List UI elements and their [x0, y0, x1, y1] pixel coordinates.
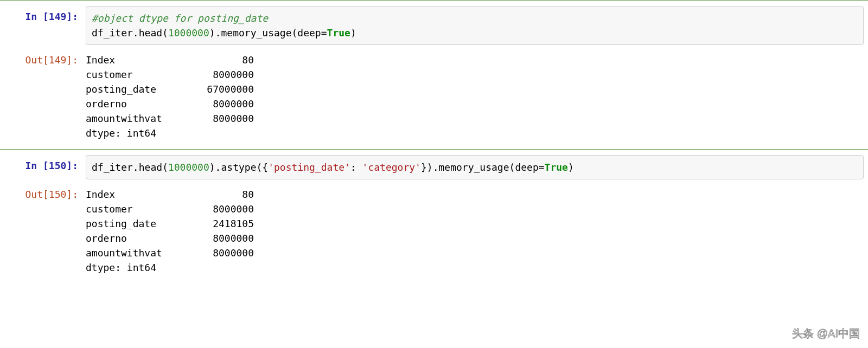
notebook-cell: In [150]: df_iter.head(1000000).astype({… [0, 149, 868, 283]
code-punct: ( [162, 162, 168, 173]
output-label: Index [86, 53, 189, 67]
output-label: customer [86, 67, 189, 82]
output-line: customer8000000 [86, 67, 858, 82]
code-string: 'posting_date' [268, 162, 350, 173]
input-prompt: In [149]: [4, 6, 86, 24]
input-row: In [149]: #object dtype for posting_date… [0, 4, 868, 47]
code-punct: . [133, 27, 139, 38]
output-label: orderno [86, 231, 189, 246]
code-punct: : [350, 162, 362, 173]
output-text: Index80customer8000000posting_date241810… [86, 184, 864, 278]
output-row: Out[150]: Index80customer8000000posting_… [0, 182, 868, 280]
code-punct: . [433, 162, 439, 173]
output-line: orderno8000000 [86, 96, 858, 111]
code-punct: . [215, 162, 221, 173]
code-ident: astype [221, 162, 256, 173]
code-number: 1000000 [168, 27, 209, 38]
code-ident: head [139, 27, 162, 38]
code-ident: deep [297, 27, 321, 38]
output-label: amountwithvat [86, 246, 189, 260]
code-punct: ) [209, 27, 215, 38]
code-ident: memory_usage [438, 162, 509, 173]
code-punct: ( [162, 27, 168, 38]
output-line: customer8000000 [86, 202, 858, 216]
output-value: 2418105 [189, 216, 254, 231]
code-input[interactable]: #object dtype for posting_date df_iter.h… [86, 6, 864, 45]
code-ident: deep [515, 162, 538, 173]
code-ident: df_iter [92, 162, 133, 173]
input-prompt: In [150]: [4, 155, 86, 173]
output-value: 8000000 [189, 111, 254, 126]
output-value: 8000000 [189, 202, 254, 216]
output-dtype: dtype: int64 [86, 260, 858, 275]
output-line: amountwithvat8000000 [86, 246, 858, 260]
output-label: amountwithvat [86, 111, 189, 126]
output-line: amountwithvat8000000 [86, 111, 858, 126]
output-prompt: Out[149]: [4, 49, 86, 67]
output-value: 8000000 [189, 67, 254, 82]
output-value: 8000000 [189, 96, 254, 111]
code-ident: df_iter [92, 27, 133, 38]
output-line: orderno8000000 [86, 231, 858, 246]
code-punct: = [321, 27, 327, 38]
code-punct: ) [568, 162, 574, 173]
code-comment: #object dtype for posting_date [92, 12, 268, 24]
output-label: posting_date [86, 216, 189, 231]
code-input[interactable]: df_iter.head(1000000).astype({'posting_d… [86, 155, 864, 179]
output-value: 8000000 [189, 246, 254, 260]
code-keyword: True [545, 162, 568, 173]
code-punct: . [215, 27, 221, 38]
output-value: 80 [189, 53, 254, 67]
output-value: 80 [189, 187, 254, 202]
code-punct: ) [350, 27, 356, 38]
output-line: Index80 [86, 187, 858, 202]
code-punct: ) [209, 162, 215, 173]
output-label: Index [86, 187, 189, 202]
code-punct: }) [421, 162, 433, 173]
output-row: Out[149]: Index80customer8000000posting_… [0, 47, 868, 146]
output-text: Index80customer8000000posting_date670000… [86, 49, 864, 144]
output-value: 67000000 [189, 82, 254, 96]
code-punct: ( [509, 162, 515, 173]
output-line: posting_date67000000 [86, 82, 858, 96]
output-dtype: dtype: int64 [86, 126, 858, 140]
code-punct: ( [292, 27, 298, 38]
output-prompt: Out[150]: [4, 184, 86, 202]
code-string: 'category' [362, 162, 421, 173]
input-row: In [150]: df_iter.head(1000000).astype({… [0, 153, 868, 182]
code-punct: = [539, 162, 545, 173]
output-label: posting_date [86, 82, 189, 96]
code-ident: head [139, 162, 162, 173]
code-punct: . [133, 162, 139, 173]
notebook-cell: In [149]: #object dtype for posting_date… [0, 0, 868, 150]
output-value: 8000000 [189, 231, 254, 246]
output-label: orderno [86, 96, 189, 111]
code-punct: ({ [256, 162, 268, 173]
output-line: Index80 [86, 53, 858, 67]
output-label: customer [86, 202, 189, 216]
code-number: 1000000 [168, 162, 209, 173]
output-line: posting_date2418105 [86, 216, 858, 231]
code-ident: memory_usage [221, 27, 291, 38]
code-keyword: True [327, 27, 350, 38]
